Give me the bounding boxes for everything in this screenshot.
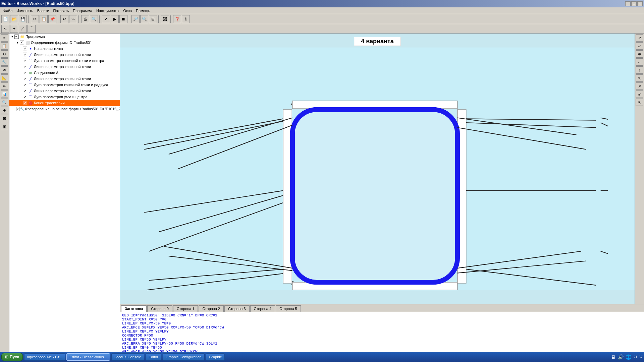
image-button[interactable]: 🖼 (161, 15, 169, 23)
preview-button[interactable]: 🔍 (90, 15, 98, 23)
tree-item-3[interactable]: ✔ ⌒ Дуга параметра конечной точки и цент… (9, 58, 120, 64)
tab-storona5[interactable]: Сторона 5 (276, 305, 301, 312)
save-button[interactable]: 💾 (19, 15, 27, 23)
right-icon-3[interactable]: ⊕ (636, 50, 643, 58)
item10-checkbox[interactable]: ✔ (23, 101, 27, 105)
item1-checkbox[interactable]: ✔ (23, 47, 27, 51)
tree-item-10[interactable]: ✔ 🔴 Конец траектории (9, 100, 120, 106)
point-button[interactable]: ✦ (10, 25, 18, 33)
tree-item-5[interactable]: ✔ ⊞ Соединение А (9, 70, 120, 76)
right-icon-5[interactable]: ↕ (636, 66, 643, 74)
copy-button[interactable]: 📋 (40, 15, 48, 23)
taskbar-item-2[interactable]: Local X Console (111, 353, 144, 361)
redo-button[interactable]: ↪ (69, 15, 77, 23)
tree-item-6[interactable]: ✔ ╱ Линия параметра конечной точки (9, 76, 120, 82)
maximize-button[interactable]: □ (631, 1, 637, 6)
code-area[interactable]: GEO ID="radius50" SIDE=0 CRN="1" DP=0 CR… (120, 312, 644, 355)
close-button[interactable]: ✕ (637, 1, 643, 6)
menu-insert[interactable]: Ввести (35, 8, 51, 13)
item8-checkbox[interactable]: ✔ (23, 89, 27, 93)
taskbar-item-1[interactable]: Editor - BiesseWorks... (66, 353, 110, 361)
title-bar-controls[interactable]: _ □ ✕ (625, 1, 643, 6)
tree-item-11[interactable]: ✔ 🔧 Фрезерование на основе формы 'radius… (9, 106, 120, 112)
menu-edit[interactable]: Изменить (14, 8, 35, 13)
zoom-out-button[interactable]: 🔍 (140, 15, 148, 23)
tree-item-0[interactable]: ▼ ✔ ⬜ Определение формы ID="radius50" (9, 40, 120, 46)
tree-item-9[interactable]: ✔ ⌒ Дуга параметров угла и центра (9, 94, 120, 100)
left-icon-1[interactable]: ≡ (1, 34, 8, 42)
left-icon-12[interactable]: ▣ (1, 123, 8, 130)
item6-checkbox[interactable]: ✔ (23, 77, 27, 81)
print-button[interactable]: 🖨 (81, 15, 89, 23)
left-icon-6[interactable]: 📐 (1, 74, 8, 82)
left-icon-9[interactable]: 🔍 (1, 99, 8, 106)
item0-checkbox[interactable]: ✔ (20, 41, 24, 45)
menu-view[interactable]: Показать (51, 8, 71, 13)
info-button[interactable]: ℹ (182, 15, 190, 23)
minimize-button[interactable]: _ (625, 1, 631, 6)
zoom-fit-button[interactable]: ⊞ (149, 15, 157, 23)
taskbar-item-5[interactable]: Graphic (206, 353, 225, 361)
left-icon-8[interactable]: 📊 (1, 90, 8, 98)
tab-storona2[interactable]: Сторона 2 (199, 305, 224, 312)
canvas-area[interactable]: 4 варианта 4 1 2 3 (120, 34, 635, 304)
right-icon-1[interactable]: ↗ (636, 34, 643, 42)
right-icon-4[interactable]: ↔ (636, 58, 643, 66)
arc-button[interactable]: ⌒ (28, 25, 36, 33)
item2-checkbox[interactable]: ✔ (23, 53, 27, 57)
tray-icon-1[interactable]: 🖥 (611, 354, 616, 360)
right-icon-8[interactable]: ↙ (636, 90, 643, 98)
tab-storona0[interactable]: Сторона 0 (147, 305, 172, 312)
tab-zagotovka[interactable]: Заготовка (121, 305, 147, 312)
cut-button[interactable]: ✂ (31, 15, 39, 23)
left-icon-4[interactable]: 🔧 (1, 58, 8, 66)
stop-button[interactable]: ⏹ (119, 15, 127, 23)
left-icon-3[interactable]: ⚙ (1, 50, 8, 58)
left-icon-5[interactable]: 👁 (1, 66, 8, 74)
check-button[interactable]: ✔ (102, 15, 110, 23)
right-icon-7[interactable]: ↗ (636, 82, 643, 90)
item7-checkbox[interactable]: ✔ (23, 83, 27, 87)
tray-icon-2[interactable]: 🔊 (618, 354, 624, 360)
tree-item-2[interactable]: ✔ ╱ Линия параметра конечной точки (9, 52, 120, 58)
item5-checkbox[interactable]: ✔ (23, 71, 27, 75)
item11-checkbox[interactable]: ✔ (16, 107, 19, 111)
tab-storona1[interactable]: Сторона 1 (173, 305, 198, 312)
left-icon-7[interactable]: ✏ (1, 82, 8, 90)
tree-item-1[interactable]: ✔ ✦ Начальная точка (9, 46, 120, 52)
menu-tools[interactable]: Инструменты (94, 8, 121, 13)
tree-root[interactable]: ▼ ✔ 📁 Программа (9, 34, 120, 40)
zoom-in-button[interactable]: 🔎 (131, 15, 140, 23)
taskbar-item-0[interactable]: Фрезерование - Ст... (24, 353, 65, 361)
item3-checkbox[interactable]: ✔ (23, 59, 27, 63)
tab-storona3[interactable]: Сторона 3 (224, 305, 250, 312)
new-button[interactable]: 📄 (1, 15, 9, 23)
help-button[interactable]: ❓ (173, 15, 181, 23)
undo-button[interactable]: ↩ (60, 15, 68, 23)
menu-help[interactable]: Помощь (134, 8, 152, 13)
item9-checkbox[interactable]: ✔ (23, 95, 27, 99)
line-button[interactable]: ／ (19, 25, 27, 33)
tab-storona4[interactable]: Сторона 4 (250, 305, 275, 312)
menu-windows[interactable]: Окна (121, 8, 134, 13)
taskbar-item-3[interactable]: Editor (146, 353, 161, 361)
tree-item-4[interactable]: ✔ ╱ Линия параметра конечной точки (9, 64, 120, 70)
right-icon-2[interactable]: ↙ (636, 42, 643, 50)
right-icon-9[interactable]: ↖ (636, 99, 643, 106)
taskbar-item-4[interactable]: Graphic Configuration (163, 353, 205, 361)
left-icon-10[interactable]: ⊕ (1, 107, 8, 114)
left-icon-2[interactable]: 📋 (1, 42, 8, 50)
item4-checkbox[interactable]: ✔ (23, 65, 27, 69)
tray-icon-3[interactable]: 🌐 (626, 354, 631, 360)
paste-button[interactable]: 📌 (48, 15, 56, 23)
menu-file[interactable]: Файл (1, 8, 14, 13)
open-button[interactable]: 📂 (10, 15, 18, 23)
select-button[interactable]: ↖ (1, 25, 9, 33)
run-button[interactable]: ▶ (111, 15, 119, 23)
left-icon-11[interactable]: ⊞ (1, 115, 8, 122)
menu-program[interactable]: Программа (71, 8, 94, 13)
tree-item-8[interactable]: ✔ ╱ Линия параметра конечной точки (9, 88, 120, 94)
root-checkbox[interactable]: ✔ (14, 35, 19, 39)
tree-item-7[interactable]: ✔ ⌒ Дуга параметров конечной точки и рад… (9, 82, 120, 88)
start-button[interactable]: ⊞ Пуск (1, 353, 23, 361)
